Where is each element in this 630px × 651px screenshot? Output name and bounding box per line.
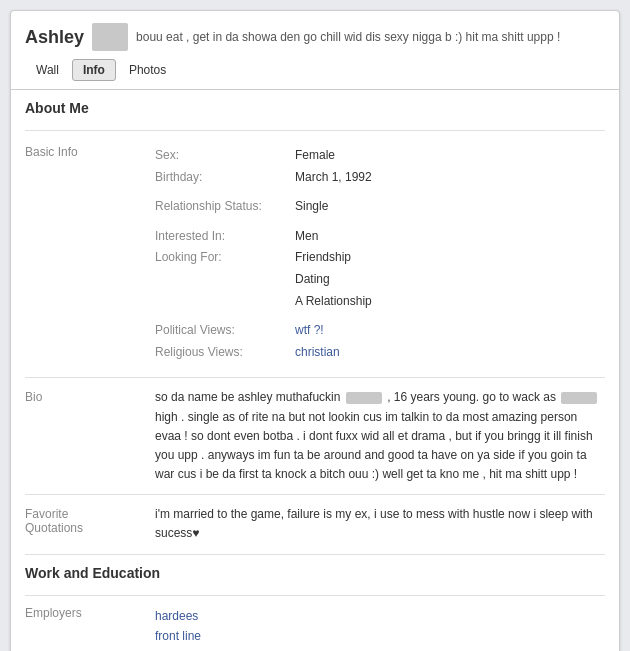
political-value: wtf ?!: [295, 320, 324, 342]
employer-company-link[interactable]: hardees: [155, 606, 605, 626]
birthday-value: March 1, 1992: [295, 167, 372, 189]
sex-label: Sex:: [155, 145, 295, 167]
employer-position-link[interactable]: front line: [155, 626, 605, 646]
interested-label: Interested In:: [155, 226, 295, 248]
relationship-row: Relationship Status: Single: [155, 196, 605, 218]
work-education-title: Work and Education: [25, 565, 605, 585]
bio-text-after1: high . single as of rite na but not look…: [155, 410, 593, 482]
bio-redact1: [346, 392, 382, 404]
bio-text-before1: so da name be ashley muthafuckin: [155, 390, 340, 404]
tab-photos[interactable]: Photos: [118, 59, 177, 81]
political-row: Political Views: wtf ?!: [155, 320, 605, 342]
content: About Me Basic Info Sex: Female Birthday…: [11, 90, 619, 651]
about-me-title: About Me: [25, 100, 605, 120]
bio-text-middle1: , 16 years young. go to wack as: [387, 390, 556, 404]
basic-info-section: Basic Info Sex: Female Birthday: March 1…: [25, 141, 605, 367]
employers-label: Employers: [25, 606, 155, 647]
favorite-quotations-section: Favorite Quotations i'm married to the g…: [25, 505, 605, 543]
looking-label: Looking For:: [155, 247, 295, 312]
birthday-label: Birthday:: [155, 167, 295, 189]
interested-value: Men: [295, 226, 318, 248]
looking-value-3: A Relationship: [295, 291, 605, 313]
relationship-value: Single: [295, 196, 328, 218]
favorite-quotations-text: i'm married to the game, failure is my e…: [155, 505, 605, 543]
religious-label: Religious Views:: [155, 342, 295, 364]
religious-row: Religious Views: christian: [155, 342, 605, 364]
bio-section: Bio so da name be ashley muthafuckin , 1…: [25, 388, 605, 484]
bio-label: Bio: [25, 388, 155, 484]
religious-link[interactable]: christian: [295, 345, 340, 359]
profile-header: Ashley bouu eat , get in da showa den go…: [11, 11, 619, 59]
branding: lamebook.com: [25, 646, 605, 651]
basic-info-label: Basic Info: [25, 145, 155, 363]
looking-values: Friendship Dating A Relationship: [295, 247, 605, 312]
sex-value: Female: [295, 145, 335, 167]
tabs: Wall Info Photos: [11, 59, 619, 90]
sex-row: Sex: Female: [155, 145, 605, 167]
profile-card: Ashley bouu eat , get in da showa den go…: [10, 10, 620, 651]
political-label: Political Views:: [155, 320, 295, 342]
tab-info[interactable]: Info: [72, 59, 116, 81]
profile-name: Ashley: [25, 27, 84, 48]
profile-status: bouu eat , get in da showa den go chill …: [136, 30, 605, 44]
employers-values: hardees front line: [155, 606, 605, 647]
interested-row: Interested In: Men: [155, 226, 605, 248]
bio-redact2: [561, 392, 597, 404]
looking-row: Looking For: Friendship Dating A Relatio…: [155, 247, 605, 312]
basic-info-values: Sex: Female Birthday: March 1, 1992 Rela…: [155, 145, 605, 363]
relationship-label: Relationship Status:: [155, 196, 295, 218]
political-link[interactable]: wtf ?!: [295, 323, 324, 337]
looking-value-1: Friendship: [295, 247, 605, 269]
religious-value: christian: [295, 342, 340, 364]
looking-value-2: Dating: [295, 269, 605, 291]
favorite-quotations-label: Favorite Quotations: [25, 505, 155, 543]
tab-wall[interactable]: Wall: [25, 59, 70, 81]
avatar: [92, 23, 128, 51]
bio-text: so da name be ashley muthafuckin , 16 ye…: [155, 388, 605, 484]
birthday-row: Birthday: March 1, 1992: [155, 167, 605, 189]
employers-section: Employers hardees front line: [25, 606, 605, 647]
